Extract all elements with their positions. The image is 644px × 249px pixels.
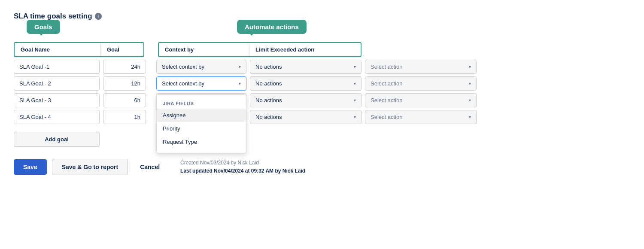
- goal-name-input-0[interactable]: [14, 60, 100, 74]
- cancel-button[interactable]: Cancel: [133, 159, 167, 175]
- header-limit: Limit Exceeded action: [249, 43, 361, 56]
- limit-select-1[interactable]: No actions ▾: [250, 76, 361, 91]
- dropdown-group-label: JIRA FIELDS: [157, 99, 246, 109]
- add-goal-button[interactable]: Add goal: [14, 132, 100, 147]
- dropdown-item-priority[interactable]: Priority: [157, 122, 246, 135]
- page-wrapper: SLA time goals setting i Goals Automate …: [0, 0, 644, 184]
- goal-name-input-1[interactable]: [14, 76, 100, 91]
- chevron-down-icon: ▾: [354, 98, 356, 103]
- dropdown-item-request-type[interactable]: Request Type: [157, 135, 246, 149]
- chevron-down-icon: ▾: [469, 64, 471, 69]
- chevron-down-icon: ▾: [354, 64, 356, 69]
- context-select-0[interactable]: Select context by ▾: [156, 60, 246, 74]
- chevron-down-icon: ▾: [239, 64, 241, 69]
- chevron-down-icon: ▾: [354, 115, 356, 119]
- action-select-2[interactable]: Select action ▾: [365, 93, 477, 107]
- goal-value-input-0[interactable]: [103, 60, 146, 74]
- updated-meta: Last updated Nov/04/2024 at 09:32 AM by …: [180, 167, 305, 175]
- table-row: Select context by ▾ No actions ▾ Select …: [14, 110, 630, 124]
- goals-header-box: Goal Name Goal: [14, 42, 144, 57]
- footer: Save Save & Go to report Cancel Created …: [14, 159, 630, 175]
- limit-select-3[interactable]: No actions ▾: [250, 110, 361, 124]
- limit-select-0[interactable]: No actions ▾: [250, 60, 361, 74]
- header-context: Context by: [159, 43, 249, 56]
- dropdown-item-assignee[interactable]: Assignee: [157, 109, 246, 122]
- context-dropdown-container-1: Select context by ▾ JIRA FIELDS Assignee…: [156, 76, 246, 91]
- goal-value-input-1[interactable]: [103, 76, 146, 91]
- created-meta: Created Nov/03/2024 by Nick Laid: [180, 159, 305, 167]
- table-header: Goal Name Goal Context by Limit Exceeded…: [14, 42, 630, 57]
- chevron-down-icon: ▾: [239, 81, 241, 86]
- page-title: SLA time goals setting: [14, 12, 92, 21]
- action-select-1[interactable]: Select action ▾: [365, 76, 477, 91]
- header-goal-name: Goal Name: [15, 43, 100, 56]
- page-title-row: SLA time goals setting i: [14, 12, 630, 21]
- action-select-0[interactable]: Select action ▾: [365, 60, 477, 74]
- chevron-down-icon: ▾: [469, 81, 471, 86]
- add-goal-row: Add goal: [14, 130, 630, 147]
- table-row: Select context by ▾ No actions ▾ Select …: [14, 60, 630, 74]
- goal-value-input-3[interactable]: [103, 110, 146, 124]
- context-select-1[interactable]: Select context by ▾: [156, 76, 246, 91]
- action-select-3[interactable]: Select action ▾: [365, 110, 477, 124]
- save-go-to-report-button[interactable]: Save & Go to report: [52, 159, 128, 175]
- limit-select-2[interactable]: No actions ▾: [250, 93, 361, 107]
- goal-value-input-2[interactable]: [103, 93, 146, 107]
- chevron-down-icon: ▾: [469, 115, 471, 119]
- chevron-down-icon: ▾: [469, 98, 471, 103]
- save-button[interactable]: Save: [14, 159, 47, 175]
- table-area: Goals Automate actions Goal Name Goal Co…: [14, 42, 630, 147]
- info-icon[interactable]: i: [95, 13, 102, 20]
- table-row: Select context by ▾ JIRA FIELDS Assignee…: [14, 76, 630, 91]
- table-row: Select context by ▾ No actions ▾ Select …: [14, 93, 630, 107]
- goal-name-input-3[interactable]: [14, 110, 100, 124]
- footer-meta: Created Nov/03/2024 by Nick Laid Last up…: [180, 159, 305, 175]
- chevron-down-icon: ▾: [354, 81, 356, 86]
- goal-name-input-2[interactable]: [14, 93, 100, 107]
- context-dropdown-panel: JIRA FIELDS Assignee Priority Request Ty…: [156, 94, 246, 153]
- automate-header-box: Context by Limit Exceeded action: [158, 42, 361, 57]
- header-goal: Goal: [100, 43, 143, 56]
